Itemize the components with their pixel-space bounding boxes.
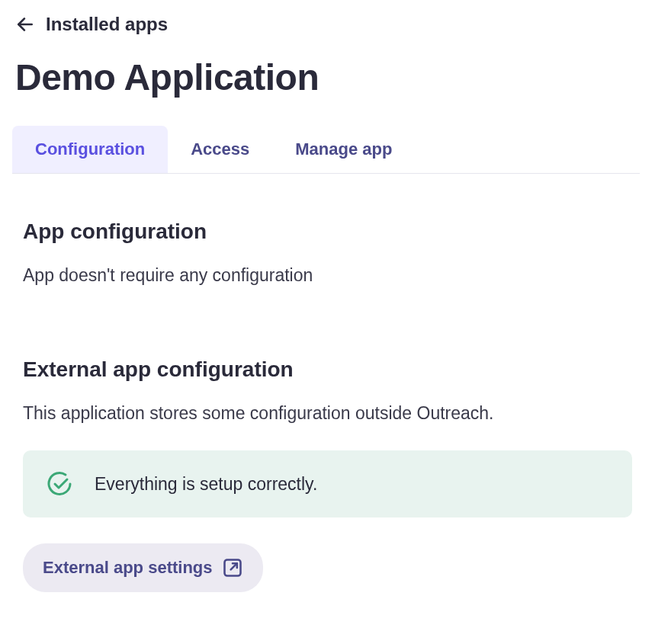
status-text: Everything is setup correctly. xyxy=(95,474,317,495)
tabs: Configuration Access Manage app xyxy=(12,126,640,174)
tab-configuration[interactable]: Configuration xyxy=(12,126,168,173)
app-config-text: App doesn't require any configuration xyxy=(23,262,632,289)
external-config-title: External app configuration xyxy=(23,357,632,382)
breadcrumb: Installed apps xyxy=(15,14,640,35)
app-config-title: App configuration xyxy=(23,219,632,244)
success-check-icon xyxy=(46,470,73,498)
app-config-section: App configuration App doesn't require an… xyxy=(23,219,632,289)
status-box: Everything is setup correctly. xyxy=(23,450,632,517)
page-title: Demo Application xyxy=(15,56,640,98)
external-app-settings-button[interactable]: External app settings xyxy=(23,543,263,592)
external-button-label: External app settings xyxy=(43,558,213,578)
external-link-icon xyxy=(222,557,243,578)
breadcrumb-label[interactable]: Installed apps xyxy=(46,14,168,35)
external-config-section: External app configuration This applicat… xyxy=(23,357,632,593)
tab-manage-app[interactable]: Manage app xyxy=(272,126,415,173)
external-config-text: This application stores some configurati… xyxy=(23,400,632,427)
tab-access[interactable]: Access xyxy=(168,126,272,173)
back-arrow-icon[interactable] xyxy=(15,14,35,34)
